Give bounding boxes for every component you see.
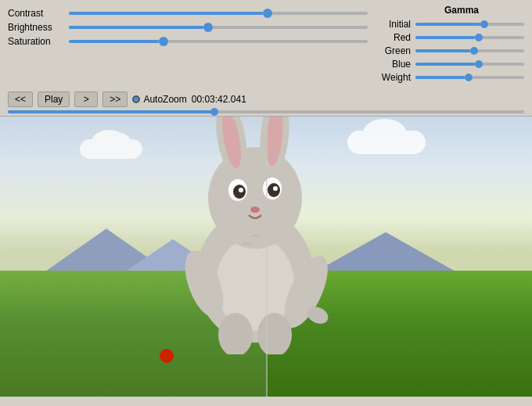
saturation-thumb[interactable]	[159, 37, 168, 46]
contrast-slider[interactable]	[69, 12, 368, 15]
gamma-blue-slider[interactable]	[415, 63, 524, 66]
brightness-slider[interactable]	[69, 26, 368, 29]
gamma-initial-row: Initial	[376, 19, 524, 30]
gamma-blue-row: Blue	[376, 59, 524, 70]
saturation-row: Saturation	[8, 36, 368, 47]
split-line[interactable]	[266, 117, 268, 397]
contrast-row: Contrast	[8, 8, 368, 19]
gamma-red-label: Red	[376, 32, 411, 43]
progress-row	[0, 109, 532, 116]
autozoom-radio[interactable]	[132, 95, 140, 103]
brightness-label: Brightness	[8, 22, 63, 33]
autozoom-label: AutoZoom	[143, 94, 186, 105]
gamma-blue-label: Blue	[376, 59, 411, 70]
gamma-controls: Gamma Initial Red Green Blue	[368, 5, 524, 85]
contrast-label: Contrast	[8, 8, 63, 19]
contrast-thumb[interactable]	[263, 9, 272, 18]
brightness-row: Brightness	[8, 22, 368, 33]
gamma-blue-thumb[interactable]	[475, 60, 483, 68]
gamma-blue-fill	[415, 63, 475, 66]
contrast-fill	[69, 12, 263, 15]
gamma-green-slider[interactable]	[415, 49, 524, 52]
gamma-green-fill	[415, 49, 470, 52]
progress-track[interactable]	[8, 110, 524, 113]
saturation-fill	[69, 40, 159, 43]
saturation-label: Saturation	[8, 36, 63, 47]
gamma-initial-fill	[415, 23, 480, 26]
brightness-thumb[interactable]	[203, 23, 213, 32]
gamma-weight-fill	[415, 76, 465, 79]
progress-fill	[8, 110, 214, 113]
gamma-red-row: Red	[376, 32, 524, 43]
gamma-initial-thumb[interactable]	[480, 20, 488, 28]
transport-bar: << Play > >> AutoZoom 00:03:42.041	[0, 88, 532, 109]
play-button[interactable]: Play	[38, 92, 70, 107]
gamma-initial-label: Initial	[376, 19, 411, 30]
gamma-initial-slider[interactable]	[415, 23, 524, 26]
gamma-green-label: Green	[376, 45, 411, 56]
forward-button[interactable]: >	[74, 92, 98, 107]
autozoom-group[interactable]: AutoZoom	[132, 94, 186, 105]
svg-point-2	[208, 147, 302, 249]
rewind-fast-button[interactable]: <<	[8, 92, 33, 107]
left-controls: Contrast Brightness Saturation	[8, 5, 368, 85]
gamma-title: Gamma	[376, 5, 524, 16]
bunny-character	[146, 117, 365, 354]
video-container	[0, 117, 532, 397]
gamma-weight-slider[interactable]	[415, 76, 524, 79]
brightness-fill	[69, 26, 203, 29]
time-display: 00:03:42.041	[192, 94, 246, 105]
progress-thumb[interactable]	[210, 108, 218, 116]
svg-point-9	[239, 188, 243, 192]
controls-panel: Contrast Brightness Saturation Gamma	[0, 0, 532, 88]
saturation-slider[interactable]	[69, 40, 368, 43]
gamma-weight-thumb[interactable]	[465, 74, 473, 81]
gamma-green-row: Green	[376, 45, 524, 56]
gamma-red-thumb[interactable]	[475, 34, 483, 41]
gamma-red-fill	[415, 36, 475, 39]
gamma-red-slider[interactable]	[415, 36, 524, 39]
svg-point-12	[273, 186, 278, 191]
gamma-weight-label: Weight	[376, 72, 411, 83]
gamma-weight-row: Weight	[376, 72, 524, 83]
forward-fast-button[interactable]: >>	[102, 92, 128, 107]
svg-point-13	[250, 207, 260, 213]
gamma-green-thumb[interactable]	[470, 47, 478, 55]
